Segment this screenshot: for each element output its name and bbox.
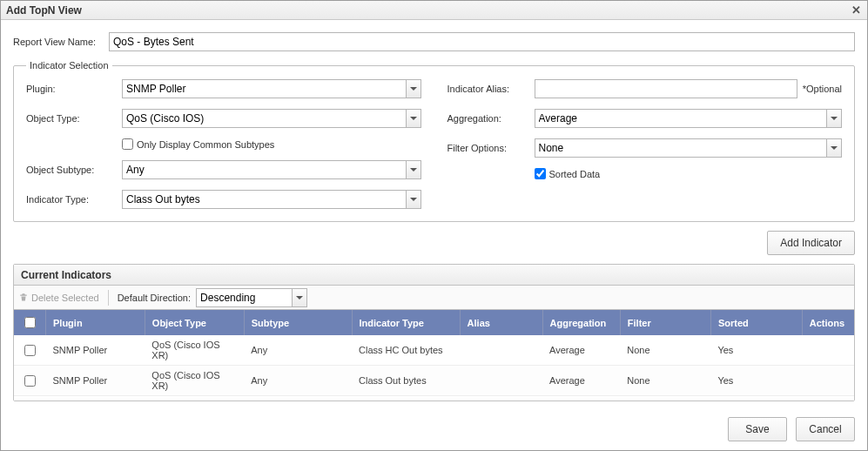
only-display-checkbox[interactable]: Only Display Common Subtypes — [122, 138, 274, 150]
report-view-name-input[interactable] — [109, 32, 855, 51]
aggregation-select[interactable] — [535, 109, 843, 128]
default-direction-select[interactable] — [196, 288, 307, 307]
row-checkbox[interactable] — [24, 375, 36, 387]
cell-aggregation: Average — [542, 396, 620, 401]
report-view-name-label: Report View Name: — [13, 37, 109, 47]
report-view-name-row: Report View Name: — [13, 32, 855, 51]
object-type-label: Object Type: — [26, 113, 122, 124]
cell-actions — [802, 396, 854, 401]
indicator-type-value[interactable] — [122, 190, 406, 209]
sorted-data-label: Sorted Data — [549, 169, 601, 179]
chevron-down-icon[interactable] — [826, 138, 842, 158]
default-direction-value[interactable] — [196, 288, 292, 307]
indicator-type-select[interactable] — [122, 190, 421, 209]
cell-plugin: SNMP Poller — [46, 366, 145, 396]
col-filter[interactable]: Filter — [620, 310, 710, 335]
chevron-down-icon[interactable] — [406, 79, 421, 98]
cell-object-type: QoS (Cisco IOS XR) — [145, 366, 244, 396]
aggregation-value[interactable] — [535, 109, 827, 128]
chevron-down-icon[interactable] — [826, 109, 842, 128]
object-type-value[interactable] — [122, 109, 406, 128]
sorted-data-checkbox[interactable]: Sorted Data — [535, 168, 601, 179]
trash-icon — [19, 293, 28, 303]
dialog-footer: Save Cancel — [1, 408, 867, 450]
dialog-title: Add TopN View — [6, 4, 82, 17]
col-sorted[interactable]: Sorted — [710, 310, 802, 335]
cell-aggregation: Average — [542, 335, 620, 366]
col-indicator-type[interactable]: Indicator Type — [352, 310, 460, 335]
col-object-type[interactable]: Object Type — [145, 310, 244, 335]
cell-alias — [460, 335, 542, 366]
current-indicators-title: Current Indicators — [14, 265, 854, 286]
cell-sorted: Yes — [710, 335, 802, 366]
cell-actions — [802, 366, 854, 396]
optional-label: *Optional — [803, 84, 842, 94]
cell-filter: None — [620, 396, 710, 401]
indicators-toolbar: Delete Selected Default Direction: — [14, 286, 854, 310]
col-actions[interactable]: Actions — [802, 310, 854, 335]
cell-plugin: SNMP Poller — [46, 335, 145, 366]
plugin-select[interactable] — [122, 79, 421, 98]
chevron-down-icon[interactable] — [406, 190, 421, 209]
cell-subtype: Any — [244, 335, 352, 366]
cell-indicator-type: Class Out bytes — [352, 366, 460, 396]
cancel-button[interactable]: Cancel — [796, 417, 855, 441]
indicator-alias-input[interactable] — [535, 79, 797, 98]
filter-options-select[interactable] — [535, 138, 843, 158]
col-subtype[interactable]: Subtype — [244, 310, 352, 335]
sorted-data-checkbox-input[interactable] — [535, 168, 546, 179]
cell-aggregation: Average — [542, 366, 620, 396]
add-indicator-button[interactable]: Add Indicator — [767, 231, 855, 255]
indicators-table: Plugin Object Type Subtype Indicator Typ… — [14, 310, 854, 401]
cell-sorted: Yes — [710, 396, 802, 401]
filter-options-label: Filter Options: — [447, 143, 535, 153]
indicator-selection-legend: Indicator Selection — [26, 60, 112, 71]
cell-plugin: SNMP Poller — [46, 396, 145, 401]
table-row[interactable]: SNMP Poller QoS (Cisco IOS XR) Any Class… — [14, 366, 854, 396]
cell-indicator-type: Class HC Out bytes — [352, 335, 460, 366]
chevron-down-icon[interactable] — [406, 109, 421, 128]
plugin-label: Plugin: — [26, 84, 122, 94]
col-alias[interactable]: Alias — [460, 310, 542, 335]
col-aggregation[interactable]: Aggregation — [542, 310, 620, 335]
col-plugin[interactable]: Plugin — [46, 310, 145, 335]
filter-options-value[interactable] — [535, 138, 827, 158]
add-topn-view-dialog: Add TopN View ✕ Report View Name: Indica… — [0, 0, 868, 451]
only-display-label: Only Display Common Subtypes — [137, 139, 274, 150]
chevron-down-icon[interactable] — [406, 160, 421, 179]
plugin-value[interactable] — [122, 79, 406, 98]
table-row[interactable]: SNMP Poller QoS (Cisco IOS XR) Any Class… — [14, 335, 854, 366]
header-checkbox[interactable] — [24, 317, 36, 328]
delete-selected-button[interactable]: Delete Selected — [19, 293, 99, 303]
only-display-checkbox-input[interactable] — [122, 138, 133, 150]
aggregation-label: Aggregation: — [447, 113, 535, 124]
cell-indicator-type: Class HC Out bytes — [352, 396, 460, 401]
indicator-type-label: Indicator Type: — [26, 194, 122, 205]
cell-filter: None — [620, 335, 710, 366]
cell-subtype: Any — [244, 396, 352, 401]
close-icon[interactable]: ✕ — [850, 4, 862, 17]
indicator-alias-label: Indicator Alias: — [447, 84, 535, 94]
object-subtype-select[interactable] — [122, 160, 421, 179]
cell-alias — [460, 366, 542, 396]
separator — [108, 290, 109, 306]
cell-object-type: QoS (Cisco IOS) — [145, 396, 244, 401]
cell-object-type: QoS (Cisco IOS XR) — [145, 335, 244, 366]
default-direction-label: Default Direction: — [118, 293, 191, 303]
dialog-titlebar: Add TopN View ✕ — [1, 1, 867, 20]
cell-filter: None — [620, 366, 710, 396]
object-subtype-label: Object Subtype: — [26, 165, 122, 175]
cell-subtype: Any — [244, 366, 352, 396]
cell-alias — [460, 396, 542, 401]
chevron-down-icon[interactable] — [292, 288, 307, 307]
object-subtype-value[interactable] — [122, 160, 406, 179]
row-checkbox[interactable] — [24, 345, 36, 356]
current-indicators-panel: Current Indicators Delete Selected Defau… — [13, 264, 855, 401]
cell-actions — [802, 335, 854, 366]
save-button[interactable]: Save — [728, 417, 787, 441]
delete-selected-label: Delete Selected — [31, 293, 99, 303]
cell-sorted: Yes — [710, 366, 802, 396]
object-type-select[interactable] — [122, 109, 421, 128]
table-row[interactable]: SNMP Poller QoS (Cisco IOS) Any Class HC… — [14, 396, 854, 401]
header-checkbox-cell[interactable] — [14, 310, 46, 335]
